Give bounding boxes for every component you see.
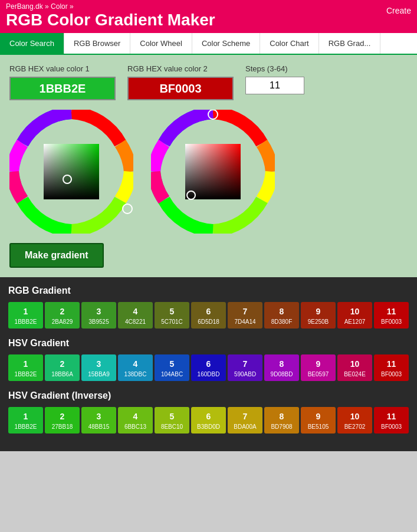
gradient-cell[interactable]: 7 590ABD — [228, 354, 262, 381]
gradient-cell[interactable]: 3 48BB15 — [81, 407, 116, 434]
gradient-cell[interactable]: 4 138DBC — [118, 354, 153, 381]
color1-input[interactable] — [9, 77, 116, 100]
wheel2-svg — [151, 110, 275, 234]
gradient-cell[interactable]: 1 1BBB2E — [8, 407, 43, 434]
gradient-cell[interactable]: 3 15BBA9 — [81, 354, 116, 381]
color2-group: RGB HEX value color 2 — [127, 64, 234, 100]
hsv-gradient-title: HSV Gradient — [8, 338, 409, 349]
page-title: RGB Color Gradient Maker — [6, 11, 411, 29]
gradient-cell[interactable]: 2 27BB18 — [45, 407, 80, 434]
gradient-cell[interactable]: 6 6D5D18 — [191, 302, 226, 329]
gradient-cell[interactable]: 9 9E250B — [301, 302, 336, 329]
hsv-gradient-inverse-cells: 1 1BBB2E 2 27BB18 3 48BB15 4 6BBC13 5 8E… — [8, 407, 409, 434]
tab-color-wheel[interactable]: Color Wheel — [130, 33, 192, 54]
color-inputs-row: RGB HEX value color 1 RGB HEX value colo… — [9, 64, 408, 100]
steps-group: Steps (3-64) — [245, 64, 304, 94]
nav-tabs: Color Search RGB Browser Color Wheel Col… — [0, 33, 417, 55]
gradient-cell[interactable]: 2 2BA829 — [45, 302, 80, 329]
gradient-cell[interactable]: 7 7D4A14 — [228, 302, 262, 329]
tab-color-chart[interactable]: Color Chart — [260, 33, 319, 54]
create-link[interactable]: Create — [386, 6, 411, 15]
wheel1-svg — [9, 110, 133, 234]
gradient-cell[interactable]: 9 BE5105 — [301, 407, 336, 434]
gradient-cell[interactable]: 1 1BBB2E — [8, 302, 43, 329]
steps-label: Steps (3-64) — [245, 64, 304, 73]
color-wheels-row — [9, 110, 408, 234]
gradient-cell[interactable]: 11 BF0003 — [374, 407, 409, 434]
hsv-gradient-cells: 1 1BBB2E 2 18BB6A 3 15BBA9 4 138DBC 5 10… — [8, 354, 409, 381]
main-panel: RGB HEX value color 1 RGB HEX value colo… — [0, 55, 417, 277]
make-gradient-button[interactable]: Make gradient — [9, 243, 104, 268]
svg-rect-5 — [44, 144, 99, 199]
hsv-gradient-inverse-title: HSV Gradient (Inverse) — [8, 390, 409, 401]
svg-rect-7 — [185, 144, 241, 199]
gradient-cell[interactable]: 1 1BBB2E — [8, 354, 43, 381]
gradient-cell[interactable]: 5 104ABC — [155, 354, 189, 381]
gradient-cell[interactable]: 11 BF0003 — [374, 302, 409, 329]
gradient-cell[interactable]: 3 3B9525 — [81, 302, 116, 329]
gradient-cell[interactable]: 4 6BBC13 — [118, 407, 153, 434]
tab-color-scheme[interactable]: Color Scheme — [192, 33, 260, 54]
steps-input[interactable] — [245, 77, 304, 94]
color2-input[interactable] — [127, 77, 234, 100]
gradient-cell[interactable]: 11 BF0003 — [374, 354, 409, 381]
color1-group: RGB HEX value color 1 — [9, 64, 116, 100]
tab-rgb-browser[interactable]: RGB Browser — [64, 33, 130, 54]
rgb-gradient-section: RGB Gradient 1 1BBB2E 2 2BA829 3 3B9525 … — [8, 285, 409, 329]
gradient-cell[interactable]: 5 5C701C — [155, 302, 189, 329]
color-wheel-2[interactable] — [151, 110, 275, 234]
color-wheel-1[interactable] — [9, 110, 133, 234]
gradient-cell[interactable]: 4 4C8221 — [118, 302, 153, 329]
gradient-cell[interactable]: 5 8EBC10 — [155, 407, 189, 434]
rgb-gradient-cells: 1 1BBB2E 2 2BA829 3 3B9525 4 4C8221 5 5C… — [8, 302, 409, 329]
gradient-cell[interactable]: 10 BE2702 — [337, 407, 372, 434]
rgb-gradient-title: RGB Gradient — [8, 285, 409, 296]
bottom-section: RGB Gradient 1 1BBB2E 2 2BA829 3 3B9525 … — [0, 277, 417, 451]
color2-label: RGB HEX value color 2 — [127, 64, 234, 73]
gradient-cell[interactable]: 8 BD7908 — [264, 407, 299, 434]
color1-label: RGB HEX value color 1 — [9, 64, 116, 73]
gradient-cell[interactable]: 2 18BB6A — [45, 354, 80, 381]
hsv-gradient-inverse-section: HSV Gradient (Inverse) 1 1BBB2E 2 27BB18… — [8, 390, 409, 434]
breadcrumb: PerBang.dk » Color » — [6, 2, 411, 11]
gradient-cell[interactable]: 6 B3BD0D — [191, 407, 226, 434]
gradient-cell[interactable]: 10 BE024E — [337, 354, 372, 381]
gradient-cell[interactable]: 8 9D08BD — [264, 354, 299, 381]
hsv-gradient-section: HSV Gradient 1 1BBB2E 2 18BB6A 3 15BBA9 … — [8, 338, 409, 381]
tab-color-search[interactable]: Color Search — [0, 33, 64, 54]
gradient-cell[interactable]: 8 8D380F — [264, 302, 299, 329]
wheel1-hue-cursor[interactable] — [123, 204, 132, 214]
gradient-cell[interactable]: 7 BDA00A — [228, 407, 262, 434]
header: PerBang.dk » Color » RGB Color Gradient … — [0, 0, 417, 33]
tab-rgb-grad[interactable]: RGB Grad... — [319, 33, 381, 54]
gradient-cell[interactable]: 9 BE0597 — [301, 354, 336, 381]
gradient-cell[interactable]: 10 AE1207 — [337, 302, 372, 329]
gradient-cell[interactable]: 6 160DBD — [191, 354, 226, 381]
